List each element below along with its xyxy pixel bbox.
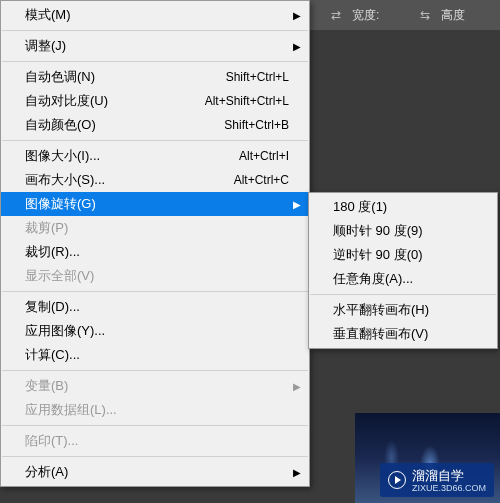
menu-item-label: 应用数据组(L)... bbox=[25, 401, 289, 419]
watermark-sub: ZIXUE.3D66.COM bbox=[412, 483, 486, 493]
menu-item-label: 陷印(T)... bbox=[25, 432, 289, 450]
rotation-submenu-item[interactable]: 水平翻转画布(H) bbox=[309, 298, 497, 322]
image-menu-item[interactable]: 图像大小(I)...Alt+Ctrl+I bbox=[1, 144, 309, 168]
menu-item-shortcut: Alt+Ctrl+I bbox=[239, 149, 289, 163]
image-menu-item: 陷印(T)... bbox=[1, 429, 309, 453]
swap-icon[interactable]: ⇄ bbox=[326, 5, 346, 25]
menu-item-shortcut: Alt+Shift+Ctrl+L bbox=[205, 94, 289, 108]
submenu-arrow-icon: ▶ bbox=[293, 381, 301, 392]
watermark-main: 溜溜自学 bbox=[412, 468, 464, 483]
menu-item-label: 显示全部(V) bbox=[25, 267, 289, 285]
menu-item-label: 复制(D)... bbox=[25, 298, 289, 316]
image-menu-item[interactable]: 应用图像(Y)... bbox=[1, 319, 309, 343]
menu-item-label: 变量(B) bbox=[25, 377, 289, 395]
image-menu-separator bbox=[2, 30, 308, 31]
image-menu-item[interactable]: 自动对比度(U)Alt+Shift+Ctrl+L bbox=[1, 89, 309, 113]
menu-item-label: 模式(M) bbox=[25, 6, 289, 24]
menu-item-label: 图像大小(I)... bbox=[25, 147, 239, 165]
menu-item-label: 任意角度(A)... bbox=[333, 270, 477, 288]
link-icon[interactable]: ⇆ bbox=[415, 5, 435, 25]
watermark: 溜溜自学 ZIXUE.3D66.COM bbox=[380, 463, 494, 497]
image-menu-item[interactable]: 裁切(R)... bbox=[1, 240, 309, 264]
image-menu-item[interactable]: 模式(M)▶ bbox=[1, 3, 309, 27]
image-menu-item[interactable]: 复制(D)... bbox=[1, 295, 309, 319]
menu-item-label: 水平翻转画布(H) bbox=[333, 301, 477, 319]
menu-item-label: 自动色调(N) bbox=[25, 68, 226, 86]
image-menu-item[interactable]: 分析(A)▶ bbox=[1, 460, 309, 484]
image-rotation-submenu: 180 度(1)顺时针 90 度(9)逆时针 90 度(0)任意角度(A)...… bbox=[308, 192, 498, 349]
image-menu-separator bbox=[2, 61, 308, 62]
menu-item-label: 顺时针 90 度(9) bbox=[333, 222, 477, 240]
menu-item-label: 画布大小(S)... bbox=[25, 171, 234, 189]
image-menu-separator bbox=[2, 456, 308, 457]
image-menu-item: 显示全部(V) bbox=[1, 264, 309, 288]
image-menu-item[interactable]: 调整(J)▶ bbox=[1, 34, 309, 58]
menu-item-label: 逆时针 90 度(0) bbox=[333, 246, 477, 264]
menu-item-label: 裁剪(P) bbox=[25, 219, 289, 237]
menu-item-label: 180 度(1) bbox=[333, 198, 477, 216]
image-menu: 模式(M)▶调整(J)▶自动色调(N)Shift+Ctrl+L自动对比度(U)A… bbox=[0, 0, 310, 487]
submenu-arrow-icon: ▶ bbox=[293, 10, 301, 21]
menu-item-label: 图像旋转(G) bbox=[25, 195, 289, 213]
menu-item-label: 调整(J) bbox=[25, 37, 289, 55]
rotation-submenu-item[interactable]: 任意角度(A)... bbox=[309, 267, 497, 291]
rotation-submenu-item[interactable]: 逆时针 90 度(0) bbox=[309, 243, 497, 267]
play-icon bbox=[388, 471, 406, 489]
menu-item-label: 自动颜色(O) bbox=[25, 116, 224, 134]
menu-item-label: 分析(A) bbox=[25, 463, 289, 481]
menu-item-shortcut: Shift+Ctrl+B bbox=[224, 118, 289, 132]
image-menu-item[interactable]: 自动色调(N)Shift+Ctrl+L bbox=[1, 65, 309, 89]
rotation-submenu-item[interactable]: 180 度(1) bbox=[309, 195, 497, 219]
image-menu-item[interactable]: 图像旋转(G)▶ bbox=[1, 192, 309, 216]
image-menu-separator bbox=[2, 140, 308, 141]
image-menu-item: 裁剪(P) bbox=[1, 216, 309, 240]
image-menu-item: 应用数据组(L)... bbox=[1, 398, 309, 422]
rotation-submenu-separator bbox=[310, 294, 496, 295]
height-label: 高度 bbox=[441, 7, 465, 24]
image-menu-separator bbox=[2, 425, 308, 426]
submenu-arrow-icon: ▶ bbox=[293, 41, 301, 52]
rotation-submenu-item[interactable]: 垂直翻转画布(V) bbox=[309, 322, 497, 346]
image-menu-item[interactable]: 画布大小(S)...Alt+Ctrl+C bbox=[1, 168, 309, 192]
submenu-arrow-icon: ▶ bbox=[293, 467, 301, 478]
rotation-submenu-item[interactable]: 顺时针 90 度(9) bbox=[309, 219, 497, 243]
image-menu-separator bbox=[2, 370, 308, 371]
menu-item-label: 裁切(R)... bbox=[25, 243, 289, 261]
submenu-arrow-icon: ▶ bbox=[293, 199, 301, 210]
menu-item-label: 垂直翻转画布(V) bbox=[333, 325, 477, 343]
image-menu-separator bbox=[2, 291, 308, 292]
menu-item-label: 自动对比度(U) bbox=[25, 92, 205, 110]
menu-item-label: 计算(C)... bbox=[25, 346, 289, 364]
image-menu-item: 变量(B)▶ bbox=[1, 374, 309, 398]
menu-item-shortcut: Shift+Ctrl+L bbox=[226, 70, 289, 84]
width-label: 宽度: bbox=[352, 7, 379, 24]
image-menu-item[interactable]: 自动颜色(O)Shift+Ctrl+B bbox=[1, 113, 309, 137]
menu-item-shortcut: Alt+Ctrl+C bbox=[234, 173, 289, 187]
menu-item-label: 应用图像(Y)... bbox=[25, 322, 289, 340]
image-menu-item[interactable]: 计算(C)... bbox=[1, 343, 309, 367]
